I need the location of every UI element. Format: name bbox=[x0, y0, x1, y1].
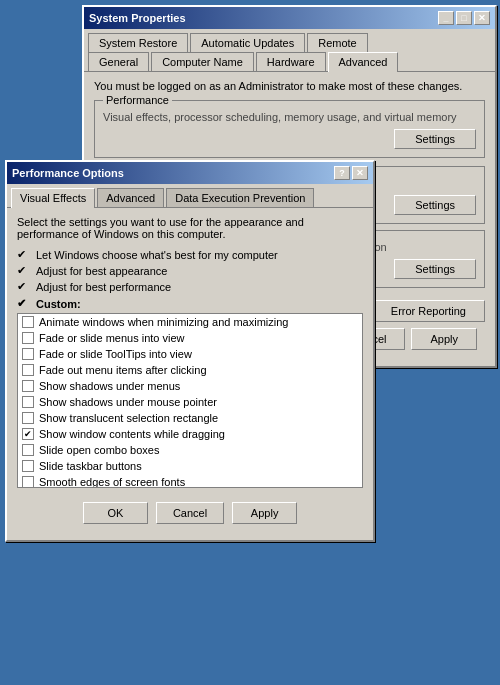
perf-apply-btn[interactable]: Apply bbox=[232, 502, 297, 524]
checkbox-9[interactable] bbox=[22, 460, 34, 472]
list-item[interactable]: Show shadows under mouse pointer bbox=[18, 394, 362, 410]
performance-group-label: Performance bbox=[103, 94, 172, 106]
list-item-label-10: Smooth edges of screen fonts bbox=[39, 476, 185, 488]
tab-computer-name[interactable]: Computer Name bbox=[151, 52, 254, 71]
system-props-title: System Properties bbox=[89, 12, 186, 24]
checkbox-10[interactable] bbox=[22, 476, 34, 488]
notice-text: You must be logged on as an Administrato… bbox=[94, 80, 485, 92]
radio-label-2[interactable]: Adjust for best performance bbox=[36, 281, 171, 293]
user-profiles-settings-btn[interactable]: Settings bbox=[394, 195, 476, 215]
list-item[interactable]: Fade or slide ToolTips into view bbox=[18, 346, 362, 362]
list-item-label-5: Show shadows under mouse pointer bbox=[39, 396, 217, 408]
perf-cancel-btn[interactable]: Cancel bbox=[156, 502, 224, 524]
tab-automatic-updates[interactable]: Automatic Updates bbox=[190, 33, 305, 52]
list-item-label-4: Show shadows under menus bbox=[39, 380, 180, 392]
perf-title: Performance Options bbox=[12, 167, 124, 179]
performance-group: Performance Visual effects, processor sc… bbox=[94, 100, 485, 158]
list-item-label-0: Animate windows when minimizing and maxi… bbox=[39, 316, 288, 328]
checkbox-8[interactable] bbox=[22, 444, 34, 456]
custom-list[interactable]: Animate windows when minimizing and maxi… bbox=[17, 313, 363, 488]
list-item[interactable]: Slide taskbar buttons bbox=[18, 458, 362, 474]
radio-label-1[interactable]: Adjust for best appearance bbox=[36, 265, 167, 277]
radio-item-1: ✔ Adjust for best appearance bbox=[17, 264, 363, 277]
checkbox-0[interactable] bbox=[22, 316, 34, 328]
performance-options-window: Performance Options ? ✕ Visual Effects A… bbox=[5, 160, 375, 542]
perf-close-btn[interactable]: ✕ bbox=[352, 166, 368, 180]
checkmark-custom: ✔ bbox=[17, 297, 31, 310]
perf-bottom-buttons: OK Cancel Apply bbox=[17, 496, 363, 532]
list-item-label-6: Show translucent selection rectangle bbox=[39, 412, 218, 424]
list-item-label-8: Slide open combo boxes bbox=[39, 444, 159, 456]
list-item[interactable]: Fade out menu items after clicking bbox=[18, 362, 362, 378]
checkbox-2[interactable] bbox=[22, 348, 34, 360]
error-reporting-btn[interactable]: Error Reporting bbox=[372, 300, 485, 322]
tab-hardware[interactable]: Hardware bbox=[256, 52, 326, 71]
system-props-apply-btn[interactable]: Apply bbox=[411, 328, 477, 350]
tab-system-restore[interactable]: System Restore bbox=[88, 33, 188, 52]
list-item-label-7: Show window contents while dragging bbox=[39, 428, 225, 440]
custom-label: ✔ Custom: bbox=[17, 297, 363, 310]
perf-help-btn[interactable]: ? bbox=[334, 166, 350, 180]
perf-tab-visual-effects[interactable]: Visual Effects bbox=[11, 188, 95, 208]
tab-advanced[interactable]: Advanced bbox=[328, 52, 399, 72]
checkmark-0: ✔ bbox=[17, 248, 31, 261]
title-bar-controls: _ □ ✕ bbox=[438, 11, 490, 25]
perf-ok-btn[interactable]: OK bbox=[83, 502, 148, 524]
tab-general[interactable]: General bbox=[88, 52, 149, 71]
checkbox-1[interactable] bbox=[22, 332, 34, 344]
checkmark-2: ✔ bbox=[17, 280, 31, 293]
list-item[interactable]: Show translucent selection rectangle bbox=[18, 410, 362, 426]
performance-desc: Visual effects, processor scheduling, me… bbox=[103, 111, 476, 123]
close-btn[interactable]: ✕ bbox=[474, 11, 490, 25]
list-item[interactable]: Slide open combo boxes bbox=[18, 442, 362, 458]
performance-settings-btn[interactable]: Settings bbox=[394, 129, 476, 149]
radio-item-0: ✔ Let Windows choose what's best for my … bbox=[17, 248, 363, 261]
perf-content: Select the settings you want to use for … bbox=[7, 208, 373, 540]
list-item-label-9: Slide taskbar buttons bbox=[39, 460, 142, 472]
system-props-title-bar: System Properties _ □ ✕ bbox=[84, 7, 495, 29]
perf-title-bar: Performance Options ? ✕ bbox=[7, 162, 373, 184]
perf-tabs-row: Visual Effects Advanced Data Execution P… bbox=[7, 184, 373, 208]
perf-title-controls: ? ✕ bbox=[334, 166, 368, 180]
tabs-row-2: General Computer Name Hardware Advanced bbox=[84, 52, 495, 72]
maximize-btn[interactable]: □ bbox=[456, 11, 472, 25]
checkmark-1: ✔ bbox=[17, 264, 31, 277]
list-item[interactable]: Fade or slide menus into view bbox=[18, 330, 362, 346]
tab-remote[interactable]: Remote bbox=[307, 33, 368, 52]
list-item[interactable]: Smooth edges of screen fonts bbox=[18, 474, 362, 488]
startup-settings-btn[interactable]: Settings bbox=[394, 259, 476, 279]
tabs-row-1: System Restore Automatic Updates Remote bbox=[84, 29, 495, 52]
radio-item-2: ✔ Adjust for best performance bbox=[17, 280, 363, 293]
checkbox-6[interactable] bbox=[22, 412, 34, 424]
minimize-btn[interactable]: _ bbox=[438, 11, 454, 25]
list-item[interactable]: Show shadows under menus bbox=[18, 378, 362, 394]
checkbox-4[interactable] bbox=[22, 380, 34, 392]
list-item-label-2: Fade or slide ToolTips into view bbox=[39, 348, 192, 360]
checkbox-7[interactable]: ✔ bbox=[22, 428, 34, 440]
list-item[interactable]: Animate windows when minimizing and maxi… bbox=[18, 314, 362, 330]
radio-group: ✔ Let Windows choose what's best for my … bbox=[17, 248, 363, 293]
perf-tab-advanced[interactable]: Advanced bbox=[97, 188, 164, 207]
list-item-label-3: Fade out menu items after clicking bbox=[39, 364, 207, 376]
checkbox-3[interactable] bbox=[22, 364, 34, 376]
list-item[interactable]: ✔ Show window contents while dragging bbox=[18, 426, 362, 442]
checkbox-5[interactable] bbox=[22, 396, 34, 408]
list-item-label-1: Fade or slide menus into view bbox=[39, 332, 185, 344]
radio-label-0[interactable]: Let Windows choose what's best for my co… bbox=[36, 249, 278, 261]
perf-desc: Select the settings you want to use for … bbox=[17, 216, 363, 240]
perf-tab-dep[interactable]: Data Execution Prevention bbox=[166, 188, 314, 207]
